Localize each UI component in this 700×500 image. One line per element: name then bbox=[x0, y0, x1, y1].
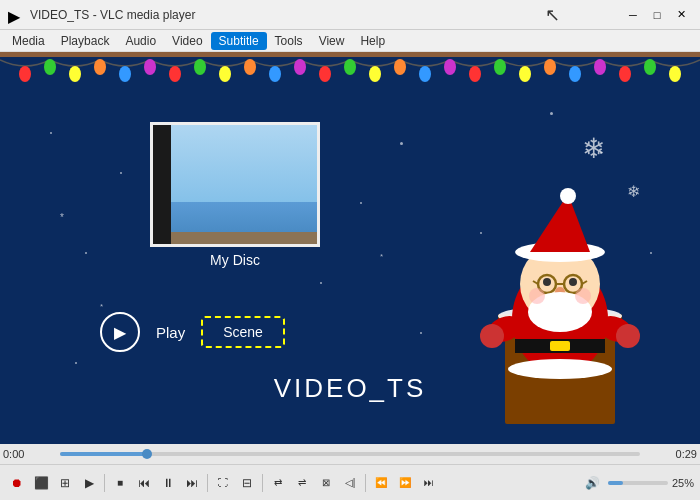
svg-point-13 bbox=[319, 66, 331, 82]
svg-point-21 bbox=[519, 66, 531, 82]
separator-2 bbox=[207, 474, 208, 492]
separator-4 bbox=[365, 474, 366, 492]
disc-thumbnail bbox=[150, 122, 320, 247]
close-button[interactable]: ✕ bbox=[670, 4, 692, 26]
svg-point-3 bbox=[69, 66, 81, 82]
cursor-icon: ↖ bbox=[545, 4, 560, 26]
snowflake-4: * bbox=[60, 212, 64, 223]
menu-bar: Media Playback Audio Video Subtitle Tool… bbox=[0, 30, 700, 52]
extended-button[interactable]: ⊞ bbox=[54, 472, 76, 494]
volume-percent: 25% bbox=[672, 477, 694, 489]
svg-point-6 bbox=[144, 59, 156, 75]
svg-point-4 bbox=[94, 59, 106, 75]
video-area: ❄ ❄ ❄ * * * bbox=[0, 52, 700, 444]
scene-button[interactable]: Scene bbox=[201, 316, 285, 348]
menu-playback[interactable]: Playback bbox=[53, 32, 118, 50]
svg-point-15 bbox=[369, 66, 381, 82]
ab-button[interactable]: ⏭ bbox=[418, 472, 440, 494]
svg-point-19 bbox=[469, 66, 481, 82]
svg-point-11 bbox=[269, 66, 281, 82]
svg-point-20 bbox=[494, 59, 506, 75]
svg-point-2 bbox=[44, 59, 56, 75]
thumbnail-water bbox=[153, 202, 317, 232]
santa-svg bbox=[450, 144, 670, 424]
title-bar: ▶ VIDEO_TS - VLC media player ↖ ─ □ ✕ bbox=[0, 0, 700, 30]
svg-point-9 bbox=[219, 66, 231, 82]
disc-label: My Disc bbox=[150, 252, 320, 268]
christmas-lights bbox=[0, 52, 700, 92]
play-label: Play bbox=[156, 324, 185, 341]
frame-prev[interactable]: ◁| bbox=[339, 472, 361, 494]
svg-point-8 bbox=[194, 59, 206, 75]
thumbnail-sky bbox=[153, 125, 317, 202]
svg-rect-33 bbox=[550, 341, 570, 351]
playlist-button[interactable]: ▶ bbox=[78, 472, 100, 494]
svg-point-25 bbox=[619, 66, 631, 82]
svg-point-14 bbox=[344, 59, 356, 75]
svg-point-52 bbox=[529, 288, 545, 304]
progress-handle[interactable] bbox=[142, 449, 152, 459]
santa-illustration bbox=[450, 144, 670, 424]
thumbnail-ground bbox=[153, 232, 317, 244]
fullscreen-button[interactable]: ⛶ bbox=[212, 472, 234, 494]
thumbnail-dark-strip bbox=[153, 125, 171, 244]
menu-audio[interactable]: Audio bbox=[117, 32, 164, 50]
svg-rect-0 bbox=[0, 52, 700, 57]
svg-point-34 bbox=[508, 359, 612, 379]
svg-point-53 bbox=[575, 288, 591, 304]
menu-tools[interactable]: Tools bbox=[267, 32, 311, 50]
svg-point-12 bbox=[294, 59, 306, 75]
window-title: VIDEO_TS - VLC media player bbox=[30, 8, 622, 22]
svg-point-43 bbox=[543, 278, 551, 286]
teletext-button[interactable]: ⊠ bbox=[315, 472, 337, 494]
prev-button[interactable]: ⏮ bbox=[133, 472, 155, 494]
svg-point-16 bbox=[394, 59, 406, 75]
menu-subtitle[interactable]: Subtitle bbox=[211, 32, 267, 50]
extended2-button[interactable]: ⊟ bbox=[236, 472, 258, 494]
vlc-icon: ▶ bbox=[8, 7, 24, 23]
progress-track[interactable] bbox=[60, 452, 640, 456]
record-button[interactable]: ⏺ bbox=[6, 472, 28, 494]
svg-point-5 bbox=[119, 66, 131, 82]
menu-video[interactable]: Video bbox=[164, 32, 210, 50]
skip-back-button[interactable]: ⏪ bbox=[370, 472, 392, 494]
svg-point-1 bbox=[19, 66, 31, 82]
stop-button[interactable]: ■ bbox=[109, 472, 131, 494]
progress-area[interactable]: 0:00 0:29 bbox=[0, 444, 700, 464]
skip-fwd-button[interactable]: ⏩ bbox=[394, 472, 416, 494]
separator-1 bbox=[104, 474, 105, 492]
menu-help[interactable]: Help bbox=[352, 32, 393, 50]
menu-media[interactable]: Media bbox=[4, 32, 53, 50]
next-button[interactable]: ⏭ bbox=[181, 472, 203, 494]
time-start: 0:00 bbox=[3, 448, 24, 460]
svg-point-42 bbox=[560, 188, 576, 204]
separator-3 bbox=[262, 474, 263, 492]
progress-fill bbox=[60, 452, 147, 456]
snowflake-6: * bbox=[380, 252, 383, 261]
snowflake-5: * bbox=[100, 302, 103, 311]
disc-thumbnail-content bbox=[153, 125, 317, 244]
minimize-button[interactable]: ─ bbox=[622, 4, 644, 26]
svg-point-7 bbox=[169, 66, 181, 82]
svg-point-23 bbox=[569, 66, 581, 82]
play-pause-button[interactable]: ⏸ bbox=[157, 472, 179, 494]
svg-point-44 bbox=[569, 278, 577, 286]
volume-track[interactable] bbox=[608, 481, 668, 485]
mute-button[interactable]: 🔊 bbox=[582, 472, 604, 494]
svg-point-37 bbox=[480, 324, 504, 348]
repeat-button[interactable]: ⇌ bbox=[291, 472, 313, 494]
snapshot-button[interactable]: ⬛ bbox=[30, 472, 52, 494]
window-controls: ─ □ ✕ bbox=[622, 4, 692, 26]
svg-point-38 bbox=[616, 324, 640, 348]
menu-view[interactable]: View bbox=[311, 32, 353, 50]
svg-point-22 bbox=[544, 59, 556, 75]
volume-fill bbox=[608, 481, 623, 485]
shuffle-button[interactable]: ⇄ bbox=[267, 472, 289, 494]
svg-point-26 bbox=[644, 59, 656, 75]
svg-point-18 bbox=[444, 59, 456, 75]
dvd-play-button[interactable]: ▶ bbox=[100, 312, 140, 352]
volume-slider[interactable]: 25% bbox=[608, 477, 694, 489]
svg-marker-41 bbox=[530, 194, 590, 252]
svg-point-10 bbox=[244, 59, 256, 75]
maximize-button[interactable]: □ bbox=[646, 4, 668, 26]
